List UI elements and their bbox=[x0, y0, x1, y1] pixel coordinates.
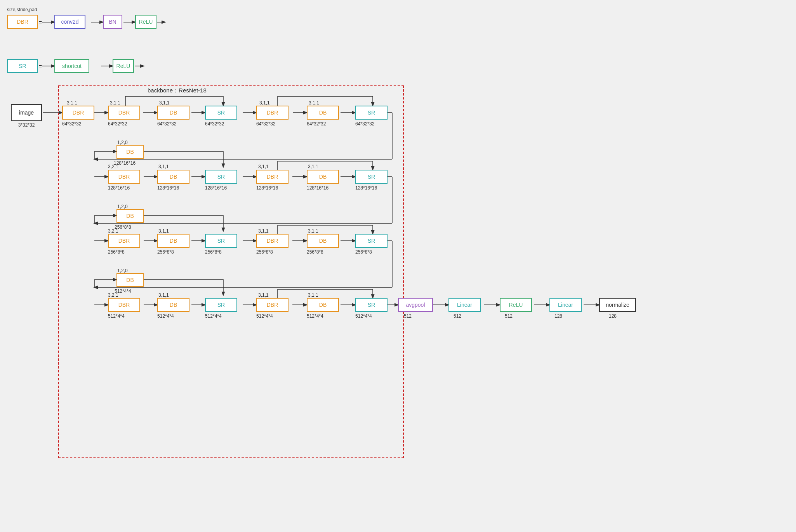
r2-db2-below: 128*16*16 bbox=[307, 185, 328, 191]
r1-sr2-below: 64*32*32 bbox=[355, 121, 374, 127]
r3-sdb-box: DB bbox=[116, 209, 144, 223]
r3-db2-below: 256*8*8 bbox=[307, 249, 323, 255]
linear1-box: Linear bbox=[448, 298, 481, 312]
r4-dbr1-below: 512*4*4 bbox=[108, 313, 125, 319]
r3-sr1-box: SR bbox=[205, 234, 237, 248]
avgpool-box: avgpool bbox=[398, 298, 433, 312]
r4-sdb-above: 1,2,0 bbox=[117, 268, 128, 273]
linear1-below: 512 bbox=[454, 313, 461, 319]
normalize-below: 128 bbox=[609, 313, 617, 319]
r4-db1-above: 3,1,1 bbox=[158, 292, 169, 298]
r1-dbr2-above: 3,1,1 bbox=[110, 100, 120, 106]
r3-dbr1-box: DBR bbox=[108, 234, 140, 248]
r1-dbr1-above: 3,1,1 bbox=[67, 100, 77, 106]
r4-db2-box: DB bbox=[307, 298, 339, 312]
r1-dbr3-above: 3,1,1 bbox=[259, 100, 270, 106]
r4-dbr2-below: 512*4*4 bbox=[256, 313, 273, 319]
r4-sr2-below: 512*4*4 bbox=[355, 313, 372, 319]
r4-dbr2-box: DBR bbox=[256, 298, 289, 312]
r1-db1-box: DB bbox=[157, 106, 189, 120]
r1-dbr2-box: DBR bbox=[108, 106, 140, 120]
r1-db1-below: 64*32*32 bbox=[157, 121, 176, 127]
r1-db2-above: 3,1,1 bbox=[309, 100, 319, 106]
r1-sr1-box: SR bbox=[205, 106, 237, 120]
r4-db1-box: DB bbox=[157, 298, 189, 312]
r2-db1-below: 128*16*16 bbox=[157, 185, 179, 191]
image-size-label: 3*32*32 bbox=[11, 122, 42, 128]
r1-sr2-box: SR bbox=[355, 106, 388, 120]
r3-dbr1-above: 3,2,1 bbox=[108, 228, 118, 234]
r2-sdb-box: DB bbox=[116, 145, 144, 159]
r2-dbr1-box: DBR bbox=[108, 170, 140, 184]
r1-dbr3-below: 64*32*32 bbox=[256, 121, 275, 127]
legend-shortcut-box: shortcut bbox=[54, 59, 89, 73]
r4-db1-below: 512*4*4 bbox=[157, 313, 174, 319]
r3-db2-box: DB bbox=[307, 234, 339, 248]
r1-db1-above: 3,1,1 bbox=[159, 100, 170, 106]
r4-sr1-below: 512*4*4 bbox=[205, 313, 222, 319]
r2-dbr2-below: 128*16*16 bbox=[256, 185, 278, 191]
r2-sr2-below: 128*16*16 bbox=[355, 185, 377, 191]
r2-db1-box: DB bbox=[157, 170, 189, 184]
r2-sdb-above: 1,2,0 bbox=[117, 140, 128, 145]
r1-dbr1-below: 64*32*32 bbox=[62, 121, 81, 127]
r2-sr1-box: SR bbox=[205, 170, 237, 184]
legend-conv2d-box: conv2d bbox=[54, 15, 85, 29]
r2-db2-above: 3,1,1 bbox=[308, 164, 318, 169]
r1-dbr1-box: DBR bbox=[62, 106, 94, 120]
r1-dbr2-below: 64*32*32 bbox=[108, 121, 127, 127]
r4-sr2-box: SR bbox=[355, 298, 388, 312]
relu-tail-box: ReLU bbox=[500, 298, 532, 312]
r3-dbr2-above: 3,1,1 bbox=[258, 228, 269, 234]
r1-db2-box: DB bbox=[307, 106, 339, 120]
r4-dbr1-above: 3,2,1 bbox=[108, 292, 118, 298]
avgpool-below: 512 bbox=[404, 313, 412, 319]
r3-db1-box: DB bbox=[157, 234, 189, 248]
r2-dbr2-above: 3,1,1 bbox=[258, 164, 269, 169]
legend-sr-box: SR bbox=[7, 59, 38, 73]
legend-size-label: size,stride,pad bbox=[7, 7, 37, 12]
r1-dbr3-box: DBR bbox=[256, 106, 289, 120]
diagram: size,stride,pad DBR = conv2d BN ReLU SR … bbox=[0, 0, 796, 532]
r4-sdb-box: DB bbox=[116, 273, 144, 287]
backbone-rect bbox=[58, 85, 404, 458]
r2-dbr1-above: 3,2,1 bbox=[108, 164, 118, 169]
linear2-below: 128 bbox=[554, 313, 562, 319]
r2-dbr2-box: DBR bbox=[256, 170, 289, 184]
r1-sr1-below: 64*32*32 bbox=[205, 121, 224, 127]
normalize-box: normalize bbox=[599, 298, 636, 312]
r4-dbr2-above: 3,1,1 bbox=[258, 292, 269, 298]
linear2-box: Linear bbox=[549, 298, 582, 312]
r2-db1-above: 3,1,1 bbox=[158, 164, 169, 169]
r3-dbr2-below: 256*8*8 bbox=[256, 249, 273, 255]
r3-db1-above: 3,1,1 bbox=[158, 228, 169, 234]
legend-relu-box1: ReLU bbox=[135, 15, 156, 29]
r3-dbr1-below: 256*8*8 bbox=[108, 249, 125, 255]
backbone-title: backbone：ResNet-18 bbox=[148, 87, 207, 94]
legend-eq2: = bbox=[39, 63, 42, 70]
r1-db2-below: 64*32*32 bbox=[307, 121, 326, 127]
r3-db2-above: 3,1,1 bbox=[308, 228, 318, 234]
r4-sr1-box: SR bbox=[205, 298, 237, 312]
r4-dbr1-box: DBR bbox=[108, 298, 140, 312]
r3-sr2-below: 256*8*8 bbox=[355, 249, 372, 255]
r2-sr2-box: SR bbox=[355, 170, 388, 184]
r3-sdb-above: 1,2,0 bbox=[117, 204, 128, 209]
legend-dbr-box: DBR bbox=[7, 15, 38, 29]
legend-eq1: = bbox=[39, 19, 42, 26]
legend-bn-box: BN bbox=[103, 15, 122, 29]
relu-tail-below: 512 bbox=[505, 313, 513, 319]
r3-sr2-box: SR bbox=[355, 234, 388, 248]
r3-sr1-below: 256*8*8 bbox=[205, 249, 222, 255]
r3-db1-below: 256*8*8 bbox=[157, 249, 174, 255]
r2-sr1-below: 128*16*16 bbox=[205, 185, 227, 191]
r4-db2-above: 3,1,1 bbox=[308, 292, 318, 298]
r3-dbr2-box: DBR bbox=[256, 234, 289, 248]
legend-relu-box2: ReLU bbox=[113, 59, 134, 73]
r4-db2-below: 512*4*4 bbox=[307, 313, 323, 319]
image-box: image bbox=[11, 104, 42, 121]
r2-dbr1-below: 128*16*16 bbox=[108, 185, 130, 191]
r2-db2-box: DB bbox=[307, 170, 339, 184]
